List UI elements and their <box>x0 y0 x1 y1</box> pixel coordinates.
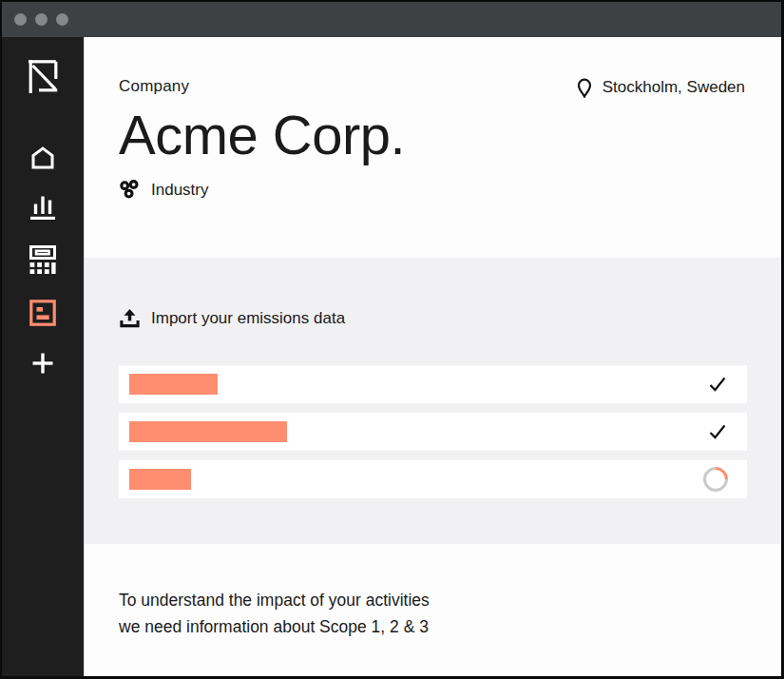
calculator-icon <box>29 245 56 274</box>
sidebar-item-home[interactable] <box>30 146 55 169</box>
plus-icon <box>31 352 54 375</box>
company-header: Company Stockholm, Sweden Acme Corp. Ind… <box>85 37 781 258</box>
sidebar-item-reports[interactable] <box>29 300 56 326</box>
location-text: Stockholm, Sweden <box>602 78 745 97</box>
app-window: Company Stockholm, Sweden Acme Corp. Ind… <box>0 0 784 679</box>
redacted-text-bar <box>129 469 191 490</box>
sidebar <box>2 37 85 676</box>
import-title: Import your emissions data <box>151 309 345 328</box>
main-content: Company Stockholm, Sweden Acme Corp. Ind… <box>85 37 781 676</box>
bar-chart-icon <box>29 195 56 220</box>
import-header: Import your emissions data <box>119 308 747 328</box>
sidebar-item-calculations[interactable] <box>29 245 56 274</box>
normative-logo[interactable] <box>29 60 58 93</box>
import-rows <box>119 365 747 498</box>
loading-spinner <box>698 462 734 497</box>
industry-label: Industry <box>151 181 208 200</box>
industry-row: Industry <box>119 180 745 202</box>
import-row-1[interactable] <box>119 365 747 403</box>
import-row-2[interactable] <box>119 413 747 451</box>
home-icon <box>30 146 55 169</box>
redacted-text-bar <box>129 421 287 442</box>
check-icon <box>707 422 728 441</box>
report-icon <box>29 300 56 326</box>
footer-line-1: To understand the impact of your activit… <box>119 587 745 613</box>
location-pin-icon <box>575 77 594 98</box>
titlebar <box>2 2 781 37</box>
window-control-dot-1[interactable] <box>14 13 27 26</box>
window-control-dot-2[interactable] <box>35 13 48 26</box>
window-control-dot-3[interactable] <box>56 13 68 26</box>
sidebar-item-analytics[interactable] <box>29 195 56 220</box>
sidebar-item-add[interactable] <box>31 352 54 375</box>
import-row-3[interactable] <box>119 460 747 498</box>
redacted-text-bar <box>129 374 218 395</box>
import-section: Import your emissions data <box>85 258 781 544</box>
upload-icon[interactable] <box>119 308 141 328</box>
footer-note: To understand the impact of your activit… <box>85 544 781 676</box>
footer-line-2: we need information about Scope 1, 2 & 3 <box>119 613 745 640</box>
company-name: Acme Corp. <box>119 105 745 165</box>
check-icon <box>707 375 728 394</box>
location: Stockholm, Sweden <box>575 77 745 98</box>
industry-icon <box>119 180 141 202</box>
